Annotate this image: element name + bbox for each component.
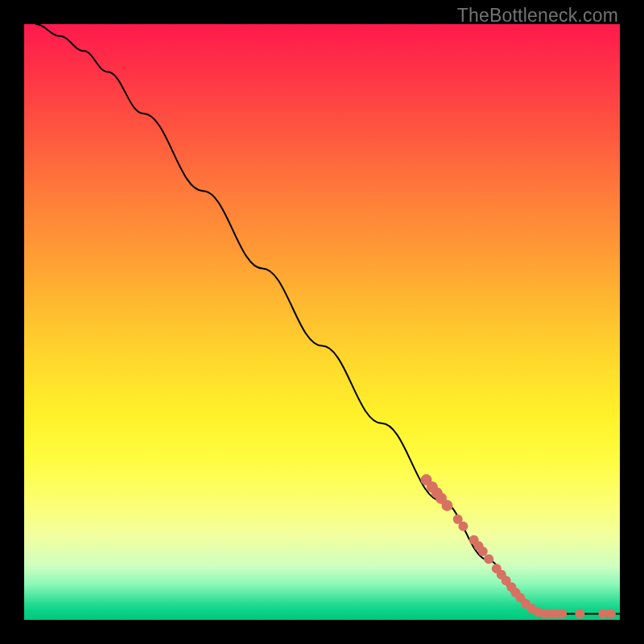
data-marker [606, 609, 616, 619]
data-marker [557, 609, 567, 619]
data-marker [478, 547, 488, 556]
chart-frame: TheBottleneck.com [0, 0, 644, 644]
data-marker [484, 555, 493, 564]
attribution-text: TheBottleneck.com [457, 5, 618, 27]
data-marker [458, 522, 468, 531]
data-marker [575, 609, 584, 619]
marker-group [421, 474, 616, 619]
chart-overlay [24, 24, 620, 620]
bottleneck-curve [36, 24, 620, 614]
plot-area [24, 24, 620, 620]
data-marker [441, 500, 452, 511]
